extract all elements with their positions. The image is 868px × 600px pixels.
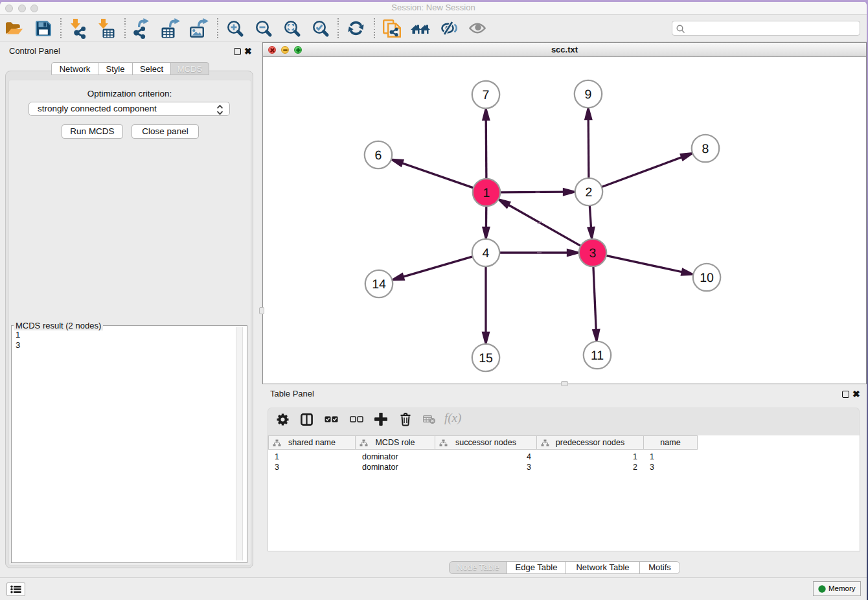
svg-text:10: 10: [700, 271, 714, 285]
svg-text:7: 7: [483, 88, 490, 102]
svg-text:11: 11: [591, 349, 604, 363]
svg-text:4: 4: [483, 246, 490, 260]
svg-text:15: 15: [479, 351, 493, 365]
svg-text:2: 2: [586, 185, 593, 200]
svg-text:6: 6: [375, 148, 382, 163]
svg-text:14: 14: [372, 277, 386, 292]
svg-text:9: 9: [585, 87, 592, 102]
svg-text:3: 3: [589, 246, 597, 260]
svg-text:8: 8: [702, 142, 709, 156]
svg-text:1: 1: [483, 186, 490, 200]
